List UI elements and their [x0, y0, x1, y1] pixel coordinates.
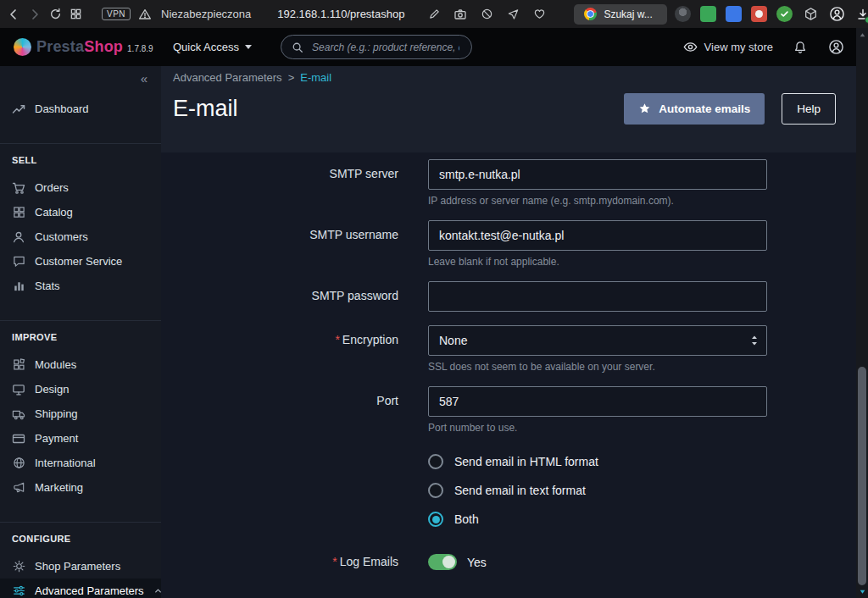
breadcrumb: Advanced Parameters > E-mail: [173, 71, 836, 84]
sidebar-item-orders[interactable]: Orders: [0, 175, 161, 200]
tiles-icon[interactable]: [70, 6, 82, 23]
vpn-badge[interactable]: VPN: [102, 8, 131, 20]
prestashop-logo[interactable]: PrestaShop 1.7.8.9: [0, 38, 161, 56]
blue-extension-icon[interactable]: [726, 6, 742, 22]
log-emails-toggle[interactable]: [428, 554, 457, 570]
header-actions: View my store: [683, 39, 868, 56]
address-bar-actions: [426, 6, 548, 23]
browser-search-widget[interactable]: Szukaj w...: [574, 4, 667, 25]
back-icon[interactable]: [7, 6, 20, 23]
sidebar-item-advanced-parameters[interactable]: Advanced Parameters: [0, 579, 161, 598]
stats-icon: [12, 280, 25, 293]
port-input[interactable]: [428, 386, 767, 417]
sidebar-item-catalog[interactable]: Catalog: [0, 200, 161, 224]
payment-icon: [12, 432, 25, 446]
send-text-format-option[interactable]: Send email in text format: [428, 483, 767, 498]
sidebar-item-customers[interactable]: Customers: [0, 224, 161, 249]
port-help: Port number to use.: [428, 422, 767, 434]
sidebar-item-payment[interactable]: Payment: [0, 426, 161, 451]
smtp-username-label: SMTP username: [161, 220, 398, 242]
header-search[interactable]: [281, 35, 472, 59]
edit-icon[interactable]: [426, 6, 442, 23]
sidebar-item-international[interactable]: International: [0, 451, 161, 475]
nav-section-configure: CONFIGURE: [0, 522, 161, 554]
sidebar-item-shop-parameters[interactable]: Shop Parameters: [0, 554, 161, 579]
help-button[interactable]: Help: [782, 93, 836, 125]
url-text[interactable]: 192.168.1.110/prestashop: [277, 8, 404, 20]
customer-service-icon: [12, 255, 25, 269]
sidebar-item-modules[interactable]: Modules: [0, 352, 161, 377]
smtp-password-input[interactable]: [428, 281, 767, 312]
account-icon[interactable]: [828, 6, 845, 23]
warning-icon[interactable]: [138, 6, 152, 23]
header-search-input[interactable]: [310, 41, 461, 54]
log-emails-label: *Log Emails: [161, 555, 398, 569]
prestashop-logo-icon: [14, 38, 31, 56]
security-label[interactable]: Niezabezpieczona: [161, 8, 251, 20]
sidebar-item-stats[interactable]: Stats: [0, 274, 161, 298]
sidebar-item-shipping[interactable]: Shipping: [0, 401, 161, 426]
radio-text-icon[interactable]: [428, 483, 443, 498]
browser-toolbar: VPN Niezabezpieczona 192.168.1.110/prest…: [0, 0, 868, 28]
sidebar-collapse-button[interactable]: «: [0, 66, 161, 88]
breadcrumb-separator: >: [288, 71, 295, 84]
red-extension-icon[interactable]: [751, 6, 767, 22]
orders-icon: [12, 181, 25, 195]
port-label: Port: [161, 386, 398, 408]
download-icon[interactable]: [854, 6, 868, 23]
page-header: Advanced Parameters > E-mail E-mail Auto…: [161, 66, 856, 152]
forward-icon[interactable]: [28, 6, 42, 23]
automate-emails-button[interactable]: Automate emails: [624, 93, 765, 125]
marketing-icon: [12, 481, 25, 495]
radio-html-icon[interactable]: [428, 454, 443, 469]
profile-avatar-icon[interactable]: [675, 6, 691, 22]
quick-access-menu[interactable]: Quick Access: [173, 41, 252, 53]
breadcrumb-parent[interactable]: Advanced Parameters: [173, 71, 282, 84]
scroll-up-arrow[interactable]: [856, 29, 868, 41]
browser-extensions: [675, 6, 868, 23]
search-icon: [292, 42, 303, 53]
green-extension-icon[interactable]: [700, 6, 716, 22]
heart-icon[interactable]: [531, 6, 548, 23]
scrollbar-thumb[interactable]: [858, 367, 866, 585]
send-icon[interactable]: [504, 6, 521, 23]
smtp-username-input[interactable]: [428, 220, 767, 251]
advanced-parameters-icon: [12, 584, 25, 598]
notifications-bell-icon[interactable]: [792, 39, 809, 56]
sidebar-item-marketing[interactable]: Marketing: [0, 475, 161, 500]
star-icon: [638, 102, 651, 115]
check-extension-icon[interactable]: [776, 6, 793, 22]
catalog-icon: [12, 206, 25, 219]
profile-icon[interactable]: [827, 39, 844, 56]
download-complete-dot: [865, 16, 868, 24]
send-html-format-option[interactable]: Send email in HTML format: [428, 454, 767, 469]
radio-both-icon[interactable]: [428, 512, 443, 527]
package-icon[interactable]: [802, 6, 819, 23]
design-icon: [12, 383, 25, 396]
camera-icon[interactable]: [452, 6, 469, 23]
block-icon[interactable]: [478, 6, 495, 23]
send-both-format-option[interactable]: Both: [428, 512, 767, 527]
view-my-store-link[interactable]: View my store: [683, 40, 773, 54]
smtp-server-input[interactable]: [428, 159, 767, 190]
sidebar-item-customer-service[interactable]: Customer Service: [0, 249, 161, 274]
customers-icon: [12, 230, 25, 244]
breadcrumb-current[interactable]: E-mail: [300, 71, 331, 84]
log-emails-state: Yes: [467, 556, 487, 569]
dashboard-icon: [12, 102, 25, 116]
chevron-down-icon: [245, 45, 252, 49]
smtp-server-label: SMTP server: [161, 159, 398, 181]
sidebar-item-design[interactable]: Design: [0, 377, 161, 401]
prestashop-logo-text: PrestaShop: [36, 38, 123, 56]
reload-icon[interactable]: [49, 6, 62, 23]
encryption-label: *Encryption: [161, 325, 398, 347]
nav-section-improve: IMPROVE: [0, 320, 161, 352]
encryption-select[interactable]: None: [428, 325, 767, 356]
scroll-down-arrow[interactable]: [856, 585, 868, 597]
sidebar-item-dashboard[interactable]: Dashboard: [0, 97, 161, 121]
page-title: E-mail: [173, 96, 238, 122]
scrollbar[interactable]: [856, 28, 868, 598]
version-label: 1.7.8.9: [127, 44, 153, 53]
smtp-password-label: SMTP password: [161, 281, 398, 303]
shop-parameters-icon: [12, 560, 25, 573]
